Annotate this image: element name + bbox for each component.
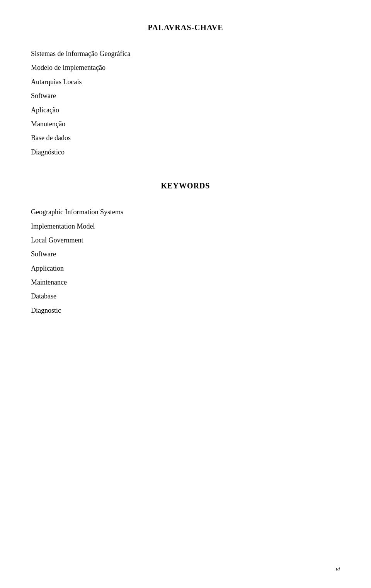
page-container: PALAVRAS-CHAVE Sistemas de Informação Ge… bbox=[0, 0, 371, 588]
english-keyword-7: Database bbox=[31, 290, 340, 302]
portuguese-keyword-8: Diagnóstico bbox=[31, 146, 340, 158]
portuguese-keywords-section: PALAVRAS-CHAVE Sistemas de Informação Ge… bbox=[31, 23, 340, 158]
english-keyword-4: Software bbox=[31, 248, 340, 260]
english-keyword-3: Local Government bbox=[31, 234, 340, 246]
portuguese-keyword-5: Aplicação bbox=[31, 104, 340, 116]
portuguese-keyword-6: Manutenção bbox=[31, 118, 340, 130]
portuguese-keyword-2: Modelo de Implementação bbox=[31, 61, 340, 74]
portuguese-keyword-7: Base de dados bbox=[31, 132, 340, 144]
portuguese-keyword-3: Autarquias Locais bbox=[31, 76, 340, 88]
portuguese-section-title: PALAVRAS-CHAVE bbox=[31, 23, 340, 32]
portuguese-keyword-4: Software bbox=[31, 90, 340, 102]
english-keyword-2: Implementation Model bbox=[31, 220, 340, 232]
english-keyword-5: Application bbox=[31, 262, 340, 275]
english-keywords-section: KEYWORDS Geographic Information Systems … bbox=[31, 181, 340, 317]
portuguese-keyword-1: Sistemas de Informação Geográfica bbox=[31, 47, 340, 60]
english-keyword-6: Maintenance bbox=[31, 276, 340, 288]
page-number: vi bbox=[335, 566, 340, 573]
english-section-title: KEYWORDS bbox=[31, 181, 340, 190]
english-keyword-1: Geographic Information Systems bbox=[31, 206, 340, 218]
english-keyword-8: Diagnostic bbox=[31, 304, 340, 317]
